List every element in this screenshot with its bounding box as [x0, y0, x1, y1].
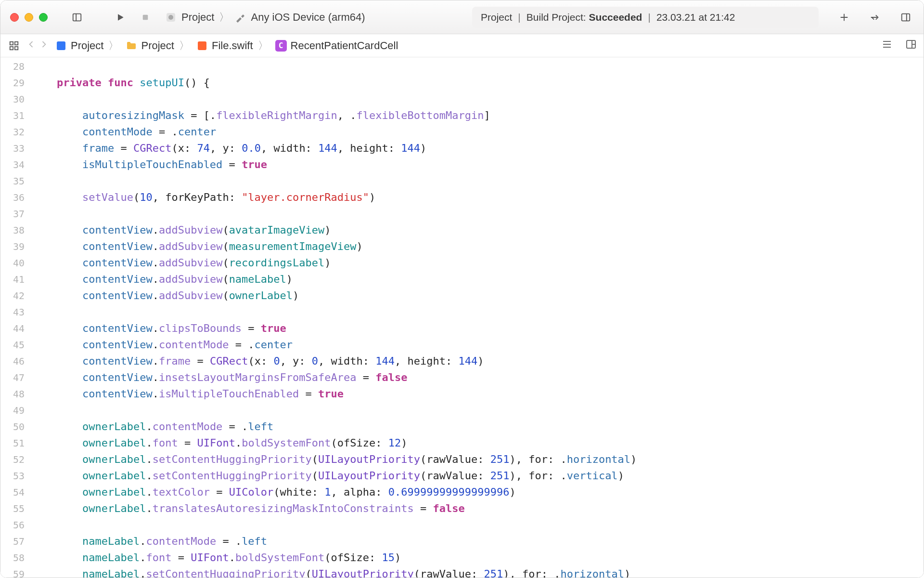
jump-bar: Project 〉 Project 〉 File.swift 〉 C Recen… [0, 34, 924, 57]
line-number: 58 [0, 550, 25, 566]
run-button[interactable] [112, 9, 128, 26]
line-number: 36 [0, 189, 25, 206]
code-line[interactable] [31, 206, 924, 222]
code-line[interactable]: contentView.addSubview(measurementImageV… [31, 238, 924, 255]
line-number: 38 [0, 222, 25, 238]
code-line[interactable]: frame = CGRect(x: 74, y: 0.0, width: 144… [31, 140, 924, 157]
svg-rect-7 [902, 13, 910, 21]
related-items-button[interactable] [7, 39, 21, 53]
chevron-right-icon: 〉 [257, 39, 270, 53]
editor-lines-button[interactable] [881, 39, 893, 53]
svg-rect-0 [73, 13, 81, 21]
code-line[interactable] [31, 173, 924, 189]
activity-separator: | [515, 12, 523, 23]
path-segment-project-root[interactable]: Project 〉 [55, 39, 120, 53]
nav-forward-button[interactable] [39, 39, 49, 52]
line-number: 33 [0, 140, 25, 157]
code-line[interactable]: contentView.addSubview(ownerLabel) [31, 288, 924, 304]
line-number: 46 [0, 353, 25, 369]
path-segment-symbol[interactable]: C RecentPatientCardCell [275, 39, 398, 52]
svg-rect-13 [57, 41, 65, 50]
line-number: 54 [0, 484, 25, 500]
code-line[interactable]: ownerLabel.font = UIFont.boldSystemFont(… [31, 435, 924, 451]
source-editor[interactable]: 2829303132333435363738394041424344454647… [0, 57, 924, 578]
line-number: 59 [0, 566, 25, 578]
line-number: 52 [0, 451, 25, 468]
scheme-chevron-icon: 〉 [219, 10, 230, 25]
code-line[interactable]: nameLabel.setContentHuggingPriority(UILa… [31, 566, 924, 578]
line-number: 47 [0, 369, 25, 386]
app-target-icon [165, 12, 177, 23]
code-line[interactable]: contentMode = .center [31, 124, 924, 140]
line-number: 49 [0, 402, 25, 419]
line-number: 29 [0, 75, 25, 91]
code-line[interactable]: ownerLabel.textColor = UIColor(white: 1,… [31, 484, 924, 500]
toggle-left-panel-button[interactable] [69, 9, 85, 26]
scheme-selector[interactable]: Project 〉 Any iOS Device (arm64) [165, 10, 365, 25]
code-line[interactable]: autoresizingMask = [.flexibleRightMargin… [31, 107, 924, 124]
path-segment-folder[interactable]: Project 〉 [126, 39, 190, 53]
code-line[interactable] [31, 304, 924, 320]
line-number: 44 [0, 320, 25, 337]
code-line[interactable] [31, 58, 924, 75]
activity-status: Succeeded [589, 12, 642, 23]
nav-back-button[interactable] [26, 39, 36, 52]
toggle-right-panel-button[interactable] [898, 9, 914, 26]
chevron-right-icon: 〉 [107, 39, 120, 53]
path-segment-file[interactable]: File.swift 〉 [196, 39, 270, 53]
code-line[interactable]: ownerLabel.contentMode = .left [31, 419, 924, 435]
code-review-button[interactable] [867, 9, 883, 26]
code-line[interactable]: contentView.clipsToBounds = true [31, 320, 924, 337]
folder-icon [126, 40, 137, 52]
code-line[interactable] [31, 517, 924, 533]
add-button[interactable] [836, 9, 852, 26]
minimize-window-button[interactable] [25, 13, 33, 22]
activity-separator-2: | [645, 12, 653, 23]
line-number: 28 [0, 58, 25, 75]
svg-point-4 [168, 15, 173, 20]
activity-timestamp: 23.03.21 at 21:42 [656, 12, 735, 23]
code-line[interactable]: contentView.contentMode = .center [31, 337, 924, 353]
line-number: 42 [0, 288, 25, 304]
line-number: 55 [0, 500, 25, 517]
code-line[interactable]: isMultipleTouchEnabled = true [31, 157, 924, 173]
code-line[interactable]: ownerLabel.setContentHuggingPriority(UIL… [31, 451, 924, 468]
code-line[interactable]: ownerLabel.translatesAutoresizingMaskInt… [31, 500, 924, 517]
code-line[interactable]: contentView.insetsLayoutMarginsFromSafeA… [31, 369, 924, 386]
code-line[interactable]: ownerLabel.setContentHuggingPriority(UIL… [31, 468, 924, 484]
code-line[interactable]: contentView.addSubview(avatarImageView) [31, 222, 924, 238]
code-line[interactable]: nameLabel.font = UIFont.boldSystemFont(o… [31, 550, 924, 566]
scheme-device-label: Any iOS Device (arm64) [251, 11, 365, 24]
code-line[interactable]: contentView.frame = CGRect(x: 0, y: 0, w… [31, 353, 924, 369]
svg-rect-12 [15, 46, 18, 49]
code-line[interactable]: private func setupUI() { [31, 75, 924, 91]
svg-rect-9 [10, 41, 13, 44]
code-line[interactable]: contentView.addSubview(recordingsLabel) [31, 255, 924, 271]
svg-rect-14 [198, 41, 206, 50]
stop-button[interactable] [137, 9, 154, 26]
line-number: 57 [0, 533, 25, 550]
adjust-editor-options-button[interactable] [905, 39, 917, 53]
class-symbol-icon: C [275, 40, 287, 52]
code-line[interactable]: contentView.isMultipleTouchEnabled = tru… [31, 386, 924, 402]
activity-project: Project [481, 12, 512, 23]
path-segment-label: Project [71, 39, 103, 52]
activity-viewer[interactable]: Project | Build Project: Succeeded | 23.… [472, 7, 819, 28]
code-line[interactable]: contentView.addSubview(nameLabel) [31, 271, 924, 288]
code-area[interactable]: private func setupUI() { autoresizingMas… [31, 57, 924, 578]
code-line[interactable] [31, 402, 924, 419]
close-window-button[interactable] [10, 13, 19, 22]
line-number: 31 [0, 107, 25, 124]
line-number: 37 [0, 206, 25, 222]
code-line[interactable]: setValue(10, forKeyPath: "layer.cornerRa… [31, 189, 924, 206]
code-line[interactable] [31, 91, 924, 107]
code-line[interactable]: nameLabel.contentMode = .left [31, 533, 924, 550]
line-number: 41 [0, 271, 25, 288]
line-number: 56 [0, 517, 25, 533]
svg-rect-10 [15, 41, 18, 44]
line-number: 48 [0, 386, 25, 402]
line-number: 45 [0, 337, 25, 353]
hammer-icon [234, 12, 246, 23]
line-number-gutter: 2829303132333435363738394041424344454647… [0, 57, 31, 578]
zoom-window-button[interactable] [39, 13, 48, 22]
